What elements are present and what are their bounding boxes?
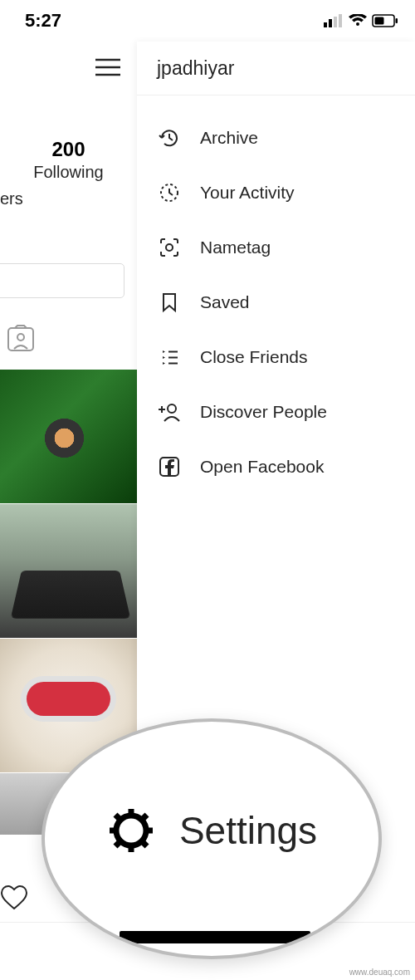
photo-thumbnail[interactable]	[0, 370, 137, 504]
svg-rect-10	[8, 328, 33, 350]
menu-label: Nametag	[200, 238, 271, 257]
close-friends-icon	[157, 345, 182, 370]
status-time: 5:27	[25, 10, 61, 32]
followers-label-partial: ers	[0, 189, 23, 208]
edit-profile-button[interactable]	[0, 263, 124, 298]
archive-icon	[157, 125, 182, 150]
gear-icon	[106, 806, 156, 855]
person-frame-icon	[7, 324, 35, 352]
svg-rect-6	[396, 18, 398, 23]
svg-point-17	[168, 404, 176, 413]
wifi-icon	[349, 14, 367, 27]
menu-item-nametag[interactable]: Nametag	[137, 220, 415, 275]
menu-label: Discover People	[200, 402, 327, 422]
watermark: www.deuaq.com	[349, 968, 410, 977]
settings-button[interactable]: Settings	[106, 806, 317, 855]
svg-line-28	[142, 815, 147, 820]
saved-icon	[157, 290, 182, 315]
nametag-icon	[157, 235, 182, 260]
activity-icon	[157, 180, 182, 205]
tagged-tab[interactable]	[7, 324, 35, 355]
menu-label: Saved	[200, 292, 250, 312]
discover-people-icon	[157, 399, 182, 424]
following-label: Following	[0, 163, 137, 182]
heart-icon	[0, 885, 28, 910]
cellular-icon	[324, 14, 344, 27]
drawer-menu: Archive Your Activity Nametag Saved	[137, 96, 415, 494]
menu-label: Your Activity	[200, 183, 295, 203]
magnifier-callout: Settings	[42, 718, 382, 959]
status-indicators	[324, 14, 398, 27]
home-indicator	[120, 931, 310, 943]
photo-thumbnail[interactable]	[0, 504, 137, 639]
hamburger-menu-button[interactable]	[95, 58, 120, 80]
svg-line-29	[115, 841, 120, 846]
menu-item-discover[interactable]: Discover People	[137, 385, 415, 439]
svg-rect-2	[334, 17, 337, 27]
svg-point-21	[116, 816, 146, 845]
hamburger-icon	[95, 58, 120, 76]
activity-tab[interactable]	[0, 885, 28, 914]
menu-label: Archive	[200, 128, 258, 148]
menu-item-close-friends[interactable]: Close Friends	[137, 330, 415, 385]
menu-label: Open Facebook	[200, 457, 324, 477]
svg-rect-0	[324, 22, 327, 27]
menu-item-activity[interactable]: Your Activity	[137, 165, 415, 220]
svg-point-13	[166, 244, 173, 251]
svg-rect-3	[339, 14, 342, 27]
status-bar: 5:27	[0, 0, 415, 42]
menu-label: Close Friends	[200, 347, 308, 367]
following-count: 200	[0, 138, 137, 161]
svg-point-11	[17, 334, 24, 341]
following-stat[interactable]: 200 Following	[0, 138, 137, 182]
menu-item-archive[interactable]: Archive	[137, 110, 415, 165]
svg-rect-5	[375, 17, 384, 25]
facebook-icon	[157, 454, 182, 479]
svg-line-26	[115, 815, 120, 820]
svg-rect-1	[329, 19, 332, 27]
svg-line-27	[142, 841, 147, 846]
settings-label: Settings	[179, 808, 317, 853]
battery-icon	[372, 14, 398, 27]
drawer-username[interactable]: jpadhiyar	[137, 42, 415, 96]
menu-item-facebook[interactable]: Open Facebook	[137, 439, 415, 494]
menu-item-saved[interactable]: Saved	[137, 275, 415, 330]
